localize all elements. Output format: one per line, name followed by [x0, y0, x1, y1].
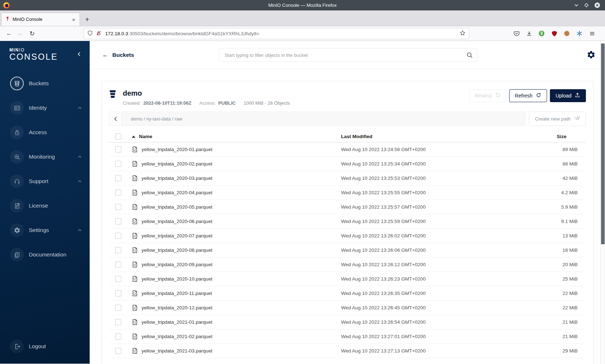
back-to-buckets-link[interactable]: ← Buckets — [102, 51, 134, 59]
table-row[interactable]: yellow_tripdata_2020-12.parquetWed Aug 1… — [109, 301, 586, 315]
menu-icon[interactable] — [587, 29, 597, 38]
chevron-up-icon[interactable] — [78, 155, 82, 158]
new-tab-button[interactable]: + — [85, 15, 89, 23]
browser-tab[interactable]: MinIO Console × — [1, 13, 80, 26]
path-bar: demo / ny-taxi-data / raw — [109, 112, 525, 126]
row-checkbox[interactable] — [115, 190, 121, 196]
reload-button[interactable]: ↻ — [27, 30, 37, 37]
object-size: 22 MiB — [543, 305, 586, 310]
sidebar-item-label: License — [29, 203, 48, 209]
row-checkbox[interactable] — [115, 290, 121, 296]
sidebar-item-access[interactable]: Access — [0, 120, 90, 145]
row-checkbox[interactable] — [115, 161, 121, 167]
sidebar-item-buckets[interactable]: Buckets — [0, 71, 90, 96]
table-row[interactable]: yellow_tripdata_2020-06.parquetWed Aug 1… — [109, 214, 586, 229]
sidebar-item-settings[interactable]: Settings — [0, 218, 90, 242]
row-checkbox[interactable] — [115, 204, 121, 210]
row-checkbox[interactable] — [115, 276, 121, 282]
create-path-icon — [574, 115, 580, 122]
parquet-file-icon — [132, 161, 138, 167]
container-icon[interactable] — [575, 29, 584, 38]
table-row[interactable]: yellow_tripdata_2020-10.parquetWed Aug 1… — [109, 272, 586, 286]
row-checkbox[interactable] — [115, 218, 121, 224]
table-row[interactable]: yellow_tripdata_2021-02.parquetWed Aug 1… — [109, 329, 586, 344]
table-row[interactable]: yellow_tripdata_2020-03.parquetWed Aug 1… — [109, 171, 586, 186]
access-icon — [10, 126, 24, 139]
url-bar[interactable]: 172.18.0.3:30503/buckets/demo/browse/bnk… — [84, 28, 469, 39]
firefox-logo-icon — [3, 2, 10, 9]
back-button[interactable]: ← — [4, 30, 14, 37]
chevron-up-icon[interactable] — [78, 180, 82, 183]
create-new-path-button[interactable]: Create new path — [529, 112, 586, 126]
sidebar-item-support[interactable]: Support — [0, 169, 90, 194]
column-header-name[interactable]: Name — [129, 134, 341, 139]
scrollbar-thumb[interactable] — [601, 44, 605, 244]
sidebar-item-label: Buckets — [29, 80, 49, 87]
table-row[interactable]: yellow_tripdata_2020-07.parquetWed Aug 1… — [109, 229, 586, 243]
settings-gear-icon[interactable] — [587, 50, 596, 59]
sidebar-collapse-icon[interactable] — [77, 51, 81, 58]
table-row[interactable]: yellow_tripdata_2021-01.parquetWed Aug 1… — [109, 315, 586, 329]
row-checkbox[interactable] — [115, 305, 121, 311]
sidebar-item-identity[interactable]: Identity — [0, 96, 90, 120]
row-checkbox[interactable] — [115, 146, 121, 153]
forward-button[interactable]: → — [14, 30, 25, 37]
tab-close-icon[interactable]: × — [70, 16, 77, 23]
row-checkbox[interactable] — [115, 333, 121, 340]
column-header-last-modified[interactable]: Last Modified — [341, 134, 543, 139]
rewind-button[interactable]: Rewind — [469, 89, 506, 102]
select-all-checkbox[interactable] — [115, 133, 121, 140]
table-row[interactable]: yellow_tripdata_2020-04.parquetWed Aug 1… — [109, 186, 586, 200]
refresh-button[interactable]: Refresh — [509, 89, 547, 102]
table-row[interactable]: yellow_tripdata_2020-01.parquetWed Aug 1… — [109, 142, 586, 157]
url-domain: 172.18.0.3 — [105, 31, 128, 36]
object-name: yellow_tripdata_2020-08.parquet — [142, 247, 212, 253]
pocket-icon[interactable] — [512, 29, 521, 38]
window-maximize-icon[interactable] — [584, 3, 589, 8]
row-checkbox[interactable] — [115, 348, 121, 354]
column-header-size[interactable]: Size — [543, 134, 586, 139]
row-checkbox[interactable] — [115, 233, 121, 239]
sidebar-item-documentation[interactable]: Documentation — [0, 242, 90, 267]
page-scrollbar[interactable] — [600, 41, 605, 364]
upload-button[interactable]: Upload — [550, 89, 586, 102]
table-header: Name Last Modified Size — [109, 131, 586, 142]
chevron-up-icon[interactable] — [78, 106, 82, 109]
bookmark-star-icon[interactable] — [460, 30, 466, 37]
ublock-icon[interactable] — [550, 29, 559, 38]
object-name: yellow_tripdata_2020-07.parquet — [142, 233, 212, 238]
row-checkbox[interactable] — [115, 175, 121, 181]
chevron-up-icon[interactable] — [78, 229, 82, 232]
breadcrumb[interactable]: demo / ny-taxi-data / raw — [131, 116, 182, 122]
download-icon[interactable] — [524, 29, 534, 38]
sidebar-item-monitoring[interactable]: Monitoring — [0, 145, 90, 169]
tracking-shield-icon[interactable] — [87, 30, 93, 37]
table-row[interactable]: yellow_tripdata_2020-11.parquetWed Aug 1… — [109, 286, 586, 301]
cookie-icon[interactable] — [562, 29, 572, 38]
table-row[interactable]: yellow_tripdata_2020-09.parquetWed Aug 1… — [109, 258, 586, 272]
filter-objects-input[interactable] — [219, 48, 477, 62]
object-name: yellow_tripdata_2020-12.parquet — [142, 305, 212, 310]
object-last-modified: Wed Aug 10 2022 13:26:45 GMT+0200 — [341, 305, 543, 310]
window-close-icon[interactable] — [594, 2, 600, 8]
privacy-badger-icon[interactable] — [537, 29, 546, 38]
row-checkbox[interactable] — [115, 261, 121, 268]
window-minimize-icon[interactable] — [574, 3, 579, 8]
table-row[interactable]: yellow_tripdata_2020-08.parquetWed Aug 1… — [109, 243, 586, 258]
app-header: ← Buckets — [90, 41, 605, 69]
row-checkbox[interactable] — [115, 319, 121, 325]
parquet-file-icon — [132, 146, 138, 153]
path-back-button[interactable] — [109, 112, 122, 126]
sidebar-item-label: Identity — [29, 105, 47, 111]
sidebar-item-license[interactable]: License — [0, 194, 90, 218]
bucket-card: demo Created: 2022-08-10T11:19:06Z Acces… — [101, 81, 593, 364]
row-checkbox[interactable] — [115, 247, 121, 253]
table-row[interactable]: yellow_tripdata_2021-03.parquetWed Aug 1… — [109, 344, 586, 358]
table-row[interactable]: yellow_tripdata_2020-05.parquetWed Aug 1… — [109, 200, 586, 214]
insecure-lock-icon[interactable] — [96, 30, 102, 37]
url-text[interactable]: 172.18.0.3:30503/buckets/demo/browse/bnk… — [105, 31, 259, 36]
table-row[interactable]: yellow_tripdata_2020-02.parquetWed Aug 1… — [109, 157, 586, 171]
sidebar-item-logout[interactable]: Logout — [0, 334, 90, 359]
parquet-file-icon — [132, 261, 138, 268]
object-last-modified: Wed Aug 10 2022 13:26:23 GMT+0200 — [341, 276, 543, 282]
